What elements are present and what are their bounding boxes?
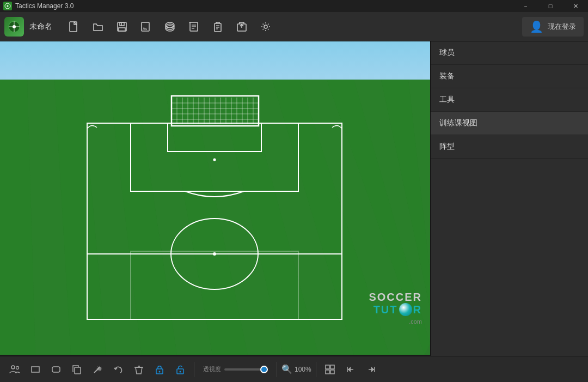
- svg-marker-96: [371, 367, 374, 372]
- settings-button[interactable]: [255, 16, 277, 38]
- zoom-in-icon[interactable]: 🔍: [281, 364, 292, 374]
- grid-btn[interactable]: [321, 360, 339, 379]
- separator-1: [194, 362, 194, 377]
- soccertutor-logo: SOCCER TUT R .com: [369, 291, 422, 326]
- login-area[interactable]: 👤 现在登录: [522, 17, 584, 37]
- soccer-text: SOCCER: [369, 291, 422, 303]
- tutor-text-1: TUT: [373, 304, 398, 316]
- lock-btn[interactable]: [150, 360, 169, 379]
- title-bar: Tactics Manager 3.0 － □ ✕: [0, 0, 588, 12]
- panel-item-equipment[interactable]: 装备: [431, 65, 588, 88]
- tutor-com: .com: [409, 318, 422, 325]
- separator-2: [277, 362, 277, 377]
- bottom-toolbar: 透视度 🔍 100%: [0, 356, 588, 382]
- export-button[interactable]: [159, 16, 181, 38]
- svg-text:As: As: [143, 27, 148, 31]
- toolbar-buttons: As: [63, 16, 293, 38]
- svg-point-2: [7, 5, 9, 7]
- separator-3: [316, 362, 316, 377]
- svg-point-74: [213, 159, 216, 161]
- unlock-btn[interactable]: [171, 360, 189, 379]
- svg-point-85: [159, 371, 161, 372]
- tutor-text-2: R: [413, 304, 422, 316]
- close-button[interactable]: ✕: [563, 0, 588, 12]
- user-icon: 👤: [530, 20, 543, 33]
- nav-next-btn[interactable]: [362, 360, 381, 379]
- notes-button[interactable]: [183, 16, 205, 38]
- opacity-slider[interactable]: [224, 368, 268, 371]
- main-toolbar: 未命名: [0, 12, 588, 41]
- window-controls: － □ ✕: [513, 0, 588, 12]
- svg-rect-80: [52, 367, 60, 372]
- svg-point-77: [11, 366, 15, 369]
- app-logo: [4, 17, 24, 37]
- opacity-control: 透视度: [203, 365, 268, 373]
- panel-item-players[interactable]: 球员: [431, 41, 588, 65]
- panel-item-training[interactable]: 训练课视图: [431, 112, 588, 135]
- svg-rect-91: [330, 370, 334, 374]
- opacity-label: 透视度: [203, 365, 221, 373]
- magic-btn[interactable]: [88, 360, 107, 379]
- minimize-button[interactable]: －: [513, 0, 538, 12]
- soccer-field[interactable]: [0, 41, 430, 355]
- new-file-button[interactable]: [63, 16, 85, 38]
- svg-point-27: [264, 25, 267, 28]
- opacity-thumb[interactable]: [260, 366, 268, 373]
- maximize-button[interactable]: □: [538, 0, 563, 12]
- login-label: 现在登录: [548, 22, 576, 32]
- open-file-button[interactable]: [87, 16, 109, 38]
- svg-point-78: [16, 366, 19, 369]
- panel-item-formation[interactable]: 阵型: [431, 135, 588, 159]
- svg-rect-10: [119, 28, 125, 31]
- panel-item-tools[interactable]: 工具: [431, 88, 588, 112]
- svg-rect-90: [326, 370, 329, 374]
- tutor-ball: [399, 303, 412, 316]
- copy-btn[interactable]: [68, 360, 86, 379]
- right-panel: 球员 装备 工具 训练课视图 阵型: [430, 41, 588, 356]
- svg-rect-79: [32, 367, 39, 372]
- clipboard-button[interactable]: [207, 16, 229, 38]
- share-button[interactable]: [231, 16, 253, 38]
- players-bottom-btn[interactable]: [5, 360, 24, 379]
- shape-rect-btn[interactable]: [26, 360, 45, 379]
- app-icon: [3, 2, 12, 10]
- svg-point-87: [180, 371, 181, 372]
- main-content: SOCCER TUT R .com 球员 装备 工具 训练课视图 阵型: [0, 41, 588, 356]
- field-container: SOCCER TUT R .com: [0, 41, 430, 356]
- svg-rect-88: [326, 365, 329, 369]
- undo-btn[interactable]: [109, 360, 127, 379]
- svg-rect-81: [75, 367, 81, 374]
- save-as-button[interactable]: As: [135, 16, 157, 38]
- svg-marker-93: [348, 367, 351, 372]
- nav-prev-btn[interactable]: [341, 360, 360, 379]
- app-title: Tactics Manager 3.0: [15, 2, 74, 10]
- delete-btn[interactable]: [130, 360, 148, 379]
- zoom-value: 100%: [295, 366, 311, 373]
- save-button[interactable]: [111, 16, 133, 38]
- project-name: 未命名: [29, 22, 52, 32]
- svg-rect-9: [120, 22, 124, 26]
- zoom-control: 🔍 100%: [281, 364, 311, 374]
- svg-rect-89: [330, 365, 334, 369]
- shape-rounded-btn[interactable]: [47, 360, 65, 379]
